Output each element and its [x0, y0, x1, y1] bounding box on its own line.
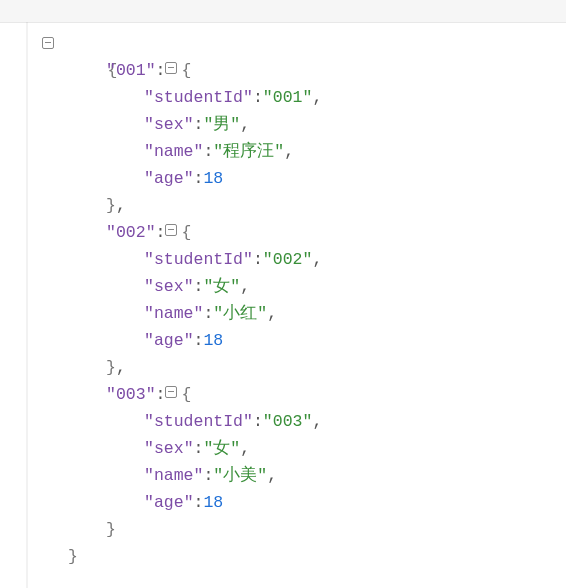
prop-line: ″name″:″小红″,	[68, 300, 322, 327]
json-key: ″003″	[106, 385, 156, 404]
value: 003	[273, 412, 303, 431]
json-key: ″002″	[106, 223, 156, 242]
top-bar	[0, 0, 566, 23]
prop-line: ″sex″:″女″,	[68, 273, 322, 300]
value: 001	[273, 88, 303, 107]
prop-line: ″studentId″:″001″,	[68, 84, 322, 111]
value: 男	[213, 115, 230, 134]
collapse-toggle-icon[interactable]	[165, 62, 177, 74]
root-close-brace-line: }	[68, 543, 322, 570]
value: 女	[213, 277, 230, 296]
value: 002	[273, 250, 303, 269]
json-key: ″001″	[106, 61, 156, 80]
key-003-line: ″003″:{	[68, 381, 322, 408]
close-brace-line: },	[68, 354, 322, 381]
root-open-brace-line: {	[68, 30, 322, 57]
prop-line: ″age″:18	[68, 489, 322, 516]
close-brace-line: }	[68, 516, 322, 543]
value: 女	[213, 439, 230, 458]
value: 18	[203, 169, 223, 188]
collapse-toggle-icon[interactable]	[165, 224, 177, 236]
value: 小美	[223, 466, 257, 485]
json-code-viewer: { ″001″:{ ″studentId″:″001″, ″sex″:″男″, …	[0, 22, 322, 578]
prop-line: ″name″:″程序汪″,	[68, 138, 322, 165]
prop-line: ″age″:18	[68, 327, 322, 354]
prop-line: ″name″:″小美″,	[68, 462, 322, 489]
key-002-line: ″002″:{	[68, 219, 322, 246]
value: 程序汪	[223, 142, 274, 161]
prop-line: ″age″:18	[68, 165, 322, 192]
key-001-line: ″001″:{	[68, 57, 322, 84]
close-brace-line: },	[68, 192, 322, 219]
prop-line: ″studentId″:″002″,	[68, 246, 322, 273]
value: 18	[203, 493, 223, 512]
prop-line: ″studentId″:″003″,	[68, 408, 322, 435]
prop-line: ″sex″:″男″,	[68, 111, 322, 138]
prop-line: ″sex″:″女″,	[68, 435, 322, 462]
collapse-toggle-icon[interactable]	[165, 386, 177, 398]
value: 小红	[223, 304, 257, 323]
value: 18	[203, 331, 223, 350]
collapse-toggle-icon[interactable]	[42, 37, 54, 49]
